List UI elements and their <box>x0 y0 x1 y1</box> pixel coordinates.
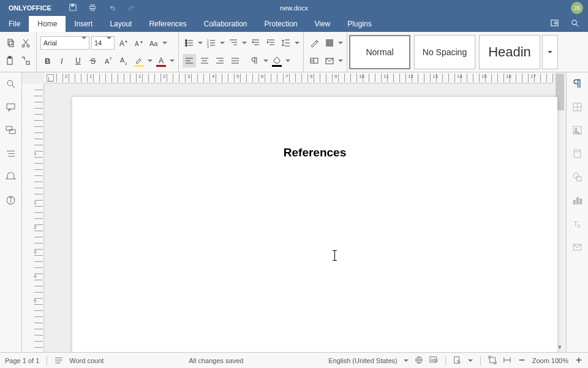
style-heading1[interactable]: Headin <box>479 35 540 69</box>
shading-dropdown[interactable] <box>285 54 290 67</box>
font-size-combo[interactable]: 14 <box>91 36 115 50</box>
bullets-button[interactable] <box>183 36 196 50</box>
clear-style-button[interactable] <box>307 36 321 50</box>
menu-home[interactable]: Home <box>29 16 66 32</box>
underline-button[interactable]: U <box>71 54 85 67</box>
menu-plugins[interactable]: Plugins <box>339 16 380 32</box>
mailmerge-button[interactable] <box>323 54 336 67</box>
borders-dropdown[interactable] <box>338 36 343 50</box>
font-color-dropdown[interactable] <box>170 54 175 67</box>
dec-indent-button[interactable] <box>249 36 262 50</box>
font-color-button[interactable]: A <box>154 54 168 67</box>
trackchanges-dropdown[interactable] <box>468 359 473 362</box>
tab-selector[interactable]: ∟ <box>47 74 54 82</box>
svg-text:U: U <box>75 56 81 65</box>
feedback-icon[interactable] <box>6 172 16 184</box>
language-selector[interactable]: English (United States) <box>328 357 398 364</box>
mail-merge-icon[interactable] <box>572 242 582 254</box>
font-name-combo[interactable]: Arial <box>40 36 89 50</box>
shading-button[interactable] <box>270 54 284 67</box>
wordcount-label[interactable]: Word count <box>69 357 104 364</box>
copy-style-button[interactable] <box>19 54 32 67</box>
numbering-dropdown[interactable] <box>220 36 225 50</box>
cut-button[interactable] <box>19 36 32 50</box>
paragraph-settings-icon[interactable] <box>572 79 582 91</box>
change-case-button[interactable]: Aa <box>147 36 160 50</box>
highlight-button[interactable] <box>132 54 146 67</box>
increment-font-button[interactable]: A▲ <box>116 36 130 50</box>
borders-button[interactable] <box>323 36 336 50</box>
menu-references[interactable]: References <box>140 16 195 32</box>
style-nospacing[interactable]: No Spacing <box>414 35 475 69</box>
header-footer-icon[interactable] <box>572 148 582 161</box>
comments-icon[interactable] <box>6 102 16 114</box>
highlight-dropdown[interactable] <box>148 54 153 67</box>
image-settings-icon[interactable] <box>572 125 582 137</box>
redo-icon[interactable] <box>127 3 136 13</box>
undo-icon[interactable] <box>108 3 116 13</box>
about-icon[interactable] <box>6 195 16 207</box>
menu-layout[interactable]: Layout <box>101 16 140 32</box>
style-normal[interactable]: Normal <box>349 35 410 69</box>
styles-dropdown[interactable] <box>542 35 558 69</box>
change-case-dropdown[interactable] <box>162 36 167 50</box>
align-right-button[interactable] <box>213 54 227 67</box>
multilevel-dropdown[interactable] <box>242 36 247 50</box>
open-location-icon[interactable] <box>550 18 559 29</box>
zoom-in-button[interactable] <box>575 356 583 366</box>
mailmerge-dropdown[interactable] <box>338 54 343 67</box>
page-indicator[interactable]: Page 1 of 1 <box>5 357 39 364</box>
document-page[interactable]: References <box>72 97 557 352</box>
superscript-button[interactable]: A2 <box>102 54 115 67</box>
save-icon[interactable] <box>69 3 77 13</box>
strikeout-button[interactable]: S <box>86 54 100 67</box>
chat-icon[interactable] <box>6 125 16 137</box>
line-spacing-dropdown[interactable] <box>295 36 300 50</box>
menu-file[interactable]: File <box>0 16 29 32</box>
subscript-button[interactable]: A2 <box>117 54 130 67</box>
insert-field-button[interactable] <box>307 54 321 67</box>
align-left-button[interactable] <box>183 54 196 67</box>
menu-insert[interactable]: Insert <box>66 16 101 32</box>
vertical-ruler[interactable]: 112345 <box>22 83 44 352</box>
fit-width-icon[interactable] <box>503 356 511 366</box>
menu-protection[interactable]: Protection <box>256 16 306 32</box>
fit-page-icon[interactable] <box>488 356 497 366</box>
search-icon[interactable] <box>570 18 579 29</box>
shape-settings-icon[interactable] <box>572 172 582 184</box>
textart-settings-icon[interactable]: Ta <box>572 218 582 231</box>
horizontal-ruler[interactable]: ∟ 211234567891011121314151617 <box>44 72 554 83</box>
user-avatar[interactable]: JS <box>571 2 583 14</box>
align-center-button[interactable] <box>198 54 211 67</box>
headings-icon[interactable] <box>6 148 16 161</box>
wordcount-icon[interactable]: 123 <box>55 356 63 366</box>
nonprinting-button[interactable] <box>248 54 262 67</box>
multilevel-button[interactable] <box>227 36 240 50</box>
find-icon[interactable] <box>6 79 16 91</box>
menu-collaboration[interactable]: Collaboration <box>195 16 256 32</box>
decrement-font-button[interactable]: A▼ <box>132 36 145 50</box>
line-spacing-button[interactable] <box>279 36 293 50</box>
spellcheck-icon[interactable]: ABC <box>429 356 438 366</box>
print-icon[interactable] <box>88 3 97 13</box>
bold-button[interactable]: B <box>40 54 54 67</box>
chart-settings-icon[interactable] <box>572 195 582 207</box>
set-doclang-icon[interactable] <box>415 356 423 366</box>
trackchanges-icon[interactable] <box>453 356 462 366</box>
italic-button[interactable]: I <box>56 54 69 67</box>
document-heading[interactable]: References <box>72 146 557 159</box>
paste-button[interactable] <box>4 54 17 67</box>
bullets-dropdown[interactable] <box>198 36 203 50</box>
zoom-out-button[interactable] <box>518 356 526 366</box>
nonprinting-dropdown[interactable] <box>263 54 268 67</box>
align-justify-button[interactable] <box>228 54 242 67</box>
table-settings-icon[interactable] <box>572 102 582 114</box>
zoom-value[interactable]: Zoom 100% <box>532 357 568 364</box>
numbering-button[interactable]: 123 <box>205 36 218 50</box>
copy-button[interactable] <box>4 36 17 50</box>
save-status: All changes saved <box>110 357 322 364</box>
inc-indent-button[interactable] <box>264 36 277 50</box>
editor-area[interactable]: ∟ 211234567891011121314151617 112345 ▲ ▼… <box>22 72 566 352</box>
chevron-down-icon[interactable] <box>404 359 409 362</box>
menu-view[interactable]: View <box>306 16 339 32</box>
